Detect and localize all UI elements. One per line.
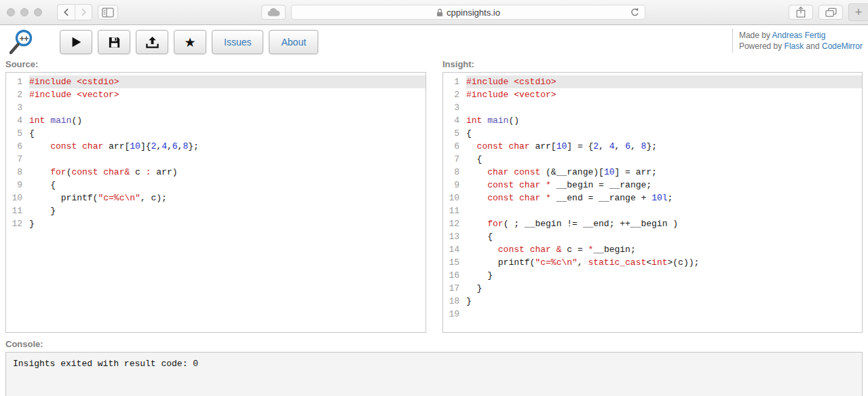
browser-chrome: cppinsights.io + (0, 0, 868, 25)
line-number: 9 (6, 179, 29, 192)
line-number: 17 (443, 282, 466, 295)
line-number: 12 (6, 217, 29, 230)
cpp-insights-logo[interactable]: ++ (5, 28, 37, 56)
line-number: 15 (443, 256, 466, 269)
console-output: Insights exited with result code: 0 (5, 352, 863, 396)
tab-overview-button[interactable] (818, 5, 843, 20)
code-line: 1#include <cstdio> (443, 75, 862, 88)
console-text: Insights exited with result code: 0 (13, 359, 198, 369)
line-number: 1 (443, 75, 466, 88)
code-line: 3 (443, 101, 862, 114)
line-content: #include <vector> (29, 88, 426, 101)
line-number: 10 (443, 192, 466, 204)
insight-column: Insight: 1#include <cstdio>2#include <ve… (442, 58, 863, 333)
issues-button[interactable]: Issues (212, 30, 263, 54)
share-button[interactable] (789, 5, 813, 20)
star-icon: ★ (184, 36, 195, 49)
run-button[interactable] (60, 30, 92, 54)
window-controls (7, 8, 42, 16)
line-content: const char arr[10]{2,4,6,8}; (29, 140, 426, 153)
line-content: { (466, 230, 862, 243)
line-number: 19 (443, 308, 466, 321)
line-content: const char * __begin = __range; (466, 179, 862, 192)
line-number: 8 (443, 166, 466, 179)
code-line: 9 const char * __begin = __range; (443, 179, 862, 192)
code-line: 7 { (443, 153, 862, 166)
line-number: 14 (443, 243, 466, 256)
code-line: 13 { (443, 230, 862, 243)
forward-button[interactable] (75, 5, 92, 20)
line-content (29, 101, 426, 114)
line-content: #include <cstdio> (466, 75, 862, 88)
back-button[interactable] (58, 5, 75, 20)
line-content: int main() (466, 114, 862, 127)
code-line: 8 for(const char& c : arr) (6, 166, 426, 179)
code-line: 14 const char & c = *__begin; (443, 243, 862, 256)
minimize-window-button[interactable] (20, 8, 29, 16)
line-number: 7 (443, 153, 466, 166)
app-toolbar: ++ ★ Issues About Made by Andreas Fertig… (0, 25, 868, 58)
line-number: 8 (6, 166, 29, 179)
author-link[interactable]: Andreas Fertig (772, 31, 826, 40)
line-content: const char * __end = __range + 10l; (466, 192, 862, 204)
line-content: for( ; __begin != __end; ++__begin ) (466, 217, 862, 230)
source-column: Source: 1#include <cstdio>2#include <vec… (5, 58, 426, 333)
line-content: printf("c=%c\n", static_cast<int>(c)); (466, 256, 862, 269)
line-content: { (466, 153, 862, 166)
lock-icon (436, 8, 443, 17)
powered-by-line: Powered by Flask and CodeMirror (739, 41, 863, 52)
code-line: 11 (443, 204, 862, 217)
line-content (466, 204, 862, 217)
line-number: 7 (6, 153, 29, 166)
upload-button[interactable] (136, 30, 168, 54)
address-bar[interactable]: cppinsights.io (291, 5, 645, 20)
line-number: 2 (6, 88, 29, 101)
line-content (29, 153, 426, 166)
favorite-button[interactable]: ★ (174, 30, 206, 54)
cloud-icon (266, 7, 281, 17)
upload-icon (145, 36, 159, 49)
codemirror-link[interactable]: CodeMirror (822, 41, 863, 51)
made-by-line: Made by Andreas Fertig (739, 30, 863, 41)
line-number: 11 (6, 204, 29, 217)
line-content: } (466, 269, 862, 282)
zoom-window-button[interactable] (34, 8, 42, 16)
console-section: Console: Insights exited with result cod… (0, 339, 868, 396)
flask-link[interactable]: Flask (785, 41, 804, 51)
line-content: } (29, 204, 426, 217)
line-content: for(const char& c : arr) (29, 166, 426, 179)
line-content: #include <vector> (466, 88, 862, 101)
code-line: 11 } (6, 204, 426, 217)
floppy-disk-icon (108, 36, 121, 49)
source-editor[interactable]: 1#include <cstdio>2#include <vector>34in… (5, 72, 426, 333)
code-line: 6 const char arr[10]{2,4,6,8}; (6, 140, 426, 153)
url-text: cppinsights.io (447, 7, 500, 18)
line-number: 9 (443, 179, 466, 192)
save-button[interactable] (98, 30, 130, 54)
code-line: 12} (6, 217, 426, 230)
about-button[interactable]: About (269, 30, 318, 54)
code-line: 2#include <vector> (443, 88, 862, 101)
reload-button[interactable] (630, 7, 640, 20)
credits: Made by Andreas Fertig Powered by Flask … (732, 29, 863, 52)
code-line: 15 printf("c=%c\n", static_cast<int>(c))… (443, 256, 862, 269)
code-line: 5{ (443, 127, 862, 140)
code-line: 8 char const (&__range)[10] = arr; (443, 166, 862, 179)
line-content: printf("c=%c\n", c); (29, 192, 426, 204)
and-text: and (804, 41, 822, 51)
sidebar-toggle-button[interactable] (98, 5, 118, 20)
line-content: { (29, 127, 426, 140)
reload-icon (630, 7, 640, 18)
history-nav (57, 4, 92, 20)
line-content (466, 308, 862, 321)
line-number: 5 (6, 127, 29, 140)
line-content: #include <cstdio> (29, 75, 426, 88)
icloud-tabs-button[interactable] (261, 5, 286, 20)
chevron-right-icon (79, 7, 88, 17)
line-content: const char arr[10] = {2, 4, 6, 8}; (466, 140, 862, 153)
insight-viewer[interactable]: 1#include <cstdio>2#include <vector>34in… (442, 72, 863, 333)
close-window-button[interactable] (7, 8, 15, 16)
line-content: char const (&__range)[10] = arr; (466, 166, 862, 179)
line-number: 10 (6, 192, 29, 204)
new-tab-button[interactable]: + (848, 3, 868, 21)
